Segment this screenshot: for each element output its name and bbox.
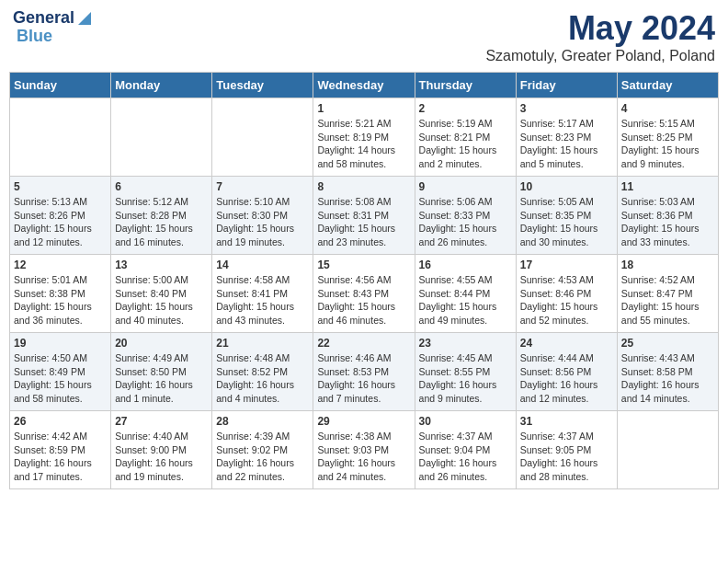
day-number: 28 xyxy=(216,415,309,428)
day-info: Sunrise: 5:05 AM Sunset: 8:35 PM Dayligh… xyxy=(520,195,613,249)
day-info: Sunrise: 4:55 AM Sunset: 8:44 PM Dayligh… xyxy=(419,273,512,327)
day-info: Sunrise: 4:53 AM Sunset: 8:46 PM Dayligh… xyxy=(520,273,613,327)
calendar-cell: 23Sunrise: 4:45 AM Sunset: 8:55 PM Dayli… xyxy=(415,333,516,411)
day-info: Sunrise: 4:37 AM Sunset: 9:05 PM Dayligh… xyxy=(520,430,613,484)
header-friday: Friday xyxy=(516,73,617,98)
calendar-header-row: SundayMondayTuesdayWednesdayThursdayFrid… xyxy=(10,73,719,98)
calendar-cell: 28Sunrise: 4:39 AM Sunset: 9:02 PM Dayli… xyxy=(212,411,313,489)
day-number: 24 xyxy=(520,337,613,350)
day-number: 5 xyxy=(14,180,107,193)
calendar-cell xyxy=(111,98,212,177)
calendar-cell: 5Sunrise: 5:13 AM Sunset: 8:26 PM Daylig… xyxy=(10,177,111,255)
calendar-cell: 17Sunrise: 4:53 AM Sunset: 8:46 PM Dayli… xyxy=(516,255,617,333)
day-number: 15 xyxy=(317,259,410,271)
day-number: 4 xyxy=(621,102,714,115)
day-number: 10 xyxy=(520,180,613,193)
page-header: General Blue May 2024 Szamotuly, Greater… xyxy=(9,9,719,64)
day-number: 21 xyxy=(216,337,309,350)
day-info: Sunrise: 4:56 AM Sunset: 8:43 PM Dayligh… xyxy=(317,273,410,327)
day-info: Sunrise: 5:17 AM Sunset: 8:23 PM Dayligh… xyxy=(520,117,613,171)
day-info: Sunrise: 4:40 AM Sunset: 9:00 PM Dayligh… xyxy=(115,430,208,484)
calendar-cell: 22Sunrise: 4:46 AM Sunset: 8:53 PM Dayli… xyxy=(313,333,415,411)
day-number: 1 xyxy=(317,102,410,115)
calendar-week-4: 19Sunrise: 4:50 AM Sunset: 8:49 PM Dayli… xyxy=(10,333,719,411)
calendar-cell: 9Sunrise: 5:06 AM Sunset: 8:33 PM Daylig… xyxy=(415,177,516,255)
logo: General Blue xyxy=(13,9,91,46)
calendar-week-5: 26Sunrise: 4:42 AM Sunset: 8:59 PM Dayli… xyxy=(10,411,719,489)
calendar-cell: 30Sunrise: 4:37 AM Sunset: 9:04 PM Dayli… xyxy=(415,411,516,489)
calendar-cell: 2Sunrise: 5:19 AM Sunset: 8:21 PM Daylig… xyxy=(415,98,516,177)
calendar-cell: 21Sunrise: 4:48 AM Sunset: 8:52 PM Dayli… xyxy=(212,333,313,411)
day-number: 13 xyxy=(115,259,208,271)
day-number: 7 xyxy=(216,180,309,193)
calendar-cell: 6Sunrise: 5:12 AM Sunset: 8:28 PM Daylig… xyxy=(111,177,212,255)
calendar-week-1: 1Sunrise: 5:21 AM Sunset: 8:19 PM Daylig… xyxy=(10,98,719,177)
calendar-cell: 1Sunrise: 5:21 AM Sunset: 8:19 PM Daylig… xyxy=(313,98,415,177)
calendar-cell: 12Sunrise: 5:01 AM Sunset: 8:38 PM Dayli… xyxy=(10,255,111,333)
header-monday: Monday xyxy=(111,73,212,98)
calendar-cell: 11Sunrise: 5:03 AM Sunset: 8:36 PM Dayli… xyxy=(617,177,718,255)
day-info: Sunrise: 5:03 AM Sunset: 8:36 PM Dayligh… xyxy=(621,195,714,249)
day-info: Sunrise: 4:50 AM Sunset: 8:49 PM Dayligh… xyxy=(14,351,107,406)
day-info: Sunrise: 5:15 AM Sunset: 8:25 PM Dayligh… xyxy=(621,117,714,171)
header-wednesday: Wednesday xyxy=(313,73,415,98)
day-info: Sunrise: 4:43 AM Sunset: 8:58 PM Dayligh… xyxy=(621,351,714,406)
day-info: Sunrise: 4:58 AM Sunset: 8:41 PM Dayligh… xyxy=(216,273,309,327)
calendar-cell: 31Sunrise: 4:37 AM Sunset: 9:05 PM Dayli… xyxy=(516,411,617,489)
calendar-cell xyxy=(10,98,111,177)
logo-triangle-icon xyxy=(74,10,91,27)
header-saturday: Saturday xyxy=(617,73,718,98)
header-sunday: Sunday xyxy=(10,73,111,98)
calendar-cell: 20Sunrise: 4:49 AM Sunset: 8:50 PM Dayli… xyxy=(111,333,212,411)
day-info: Sunrise: 5:13 AM Sunset: 8:26 PM Dayligh… xyxy=(14,195,107,249)
header-thursday: Thursday xyxy=(415,73,516,98)
day-number: 8 xyxy=(317,180,410,193)
day-number: 16 xyxy=(419,259,512,271)
day-number: 23 xyxy=(419,337,512,350)
calendar-cell: 15Sunrise: 4:56 AM Sunset: 8:43 PM Dayli… xyxy=(313,255,415,333)
day-number: 20 xyxy=(115,337,208,350)
calendar-cell: 26Sunrise: 4:42 AM Sunset: 8:59 PM Dayli… xyxy=(10,411,111,489)
calendar-cell: 10Sunrise: 5:05 AM Sunset: 8:35 PM Dayli… xyxy=(516,177,617,255)
day-number: 29 xyxy=(317,415,410,428)
calendar-cell: 29Sunrise: 4:38 AM Sunset: 9:03 PM Dayli… xyxy=(313,411,415,489)
day-number: 27 xyxy=(115,415,208,428)
day-number: 11 xyxy=(621,180,714,193)
day-number: 17 xyxy=(520,259,613,271)
calendar-cell xyxy=(212,98,313,177)
title-section: May 2024 Szamotuly, Greater Poland, Pola… xyxy=(485,9,715,64)
day-number: 9 xyxy=(419,180,512,193)
day-number: 14 xyxy=(216,259,309,271)
day-info: Sunrise: 5:12 AM Sunset: 8:28 PM Dayligh… xyxy=(115,195,208,249)
logo-text-general: General xyxy=(13,9,74,28)
calendar-cell: 25Sunrise: 4:43 AM Sunset: 8:58 PM Dayli… xyxy=(617,333,718,411)
day-info: Sunrise: 5:00 AM Sunset: 8:40 PM Dayligh… xyxy=(115,273,208,327)
day-info: Sunrise: 4:38 AM Sunset: 9:03 PM Dayligh… xyxy=(317,430,410,484)
calendar-cell: 27Sunrise: 4:40 AM Sunset: 9:00 PM Dayli… xyxy=(111,411,212,489)
day-info: Sunrise: 4:45 AM Sunset: 8:55 PM Dayligh… xyxy=(419,351,512,406)
day-info: Sunrise: 4:42 AM Sunset: 8:59 PM Dayligh… xyxy=(14,430,107,484)
day-number: 25 xyxy=(621,337,714,350)
day-info: Sunrise: 4:52 AM Sunset: 8:47 PM Dayligh… xyxy=(621,273,714,327)
day-number: 22 xyxy=(317,337,410,350)
svg-marker-0 xyxy=(78,12,91,25)
day-number: 31 xyxy=(520,415,613,428)
calendar-cell: 8Sunrise: 5:08 AM Sunset: 8:31 PM Daylig… xyxy=(313,177,415,255)
day-number: 3 xyxy=(520,102,613,115)
calendar-cell: 16Sunrise: 4:55 AM Sunset: 8:44 PM Dayli… xyxy=(415,255,516,333)
day-number: 2 xyxy=(419,102,512,115)
calendar-cell: 4Sunrise: 5:15 AM Sunset: 8:25 PM Daylig… xyxy=(617,98,718,177)
calendar-week-2: 5Sunrise: 5:13 AM Sunset: 8:26 PM Daylig… xyxy=(10,177,719,255)
day-number: 12 xyxy=(14,259,107,271)
calendar-cell: 18Sunrise: 4:52 AM Sunset: 8:47 PM Dayli… xyxy=(617,255,718,333)
day-info: Sunrise: 4:46 AM Sunset: 8:53 PM Dayligh… xyxy=(317,351,410,406)
calendar-table: SundayMondayTuesdayWednesdayThursdayFrid… xyxy=(9,72,719,489)
day-info: Sunrise: 4:48 AM Sunset: 8:52 PM Dayligh… xyxy=(216,351,309,406)
day-number: 18 xyxy=(621,259,714,271)
header-tuesday: Tuesday xyxy=(212,73,313,98)
day-info: Sunrise: 4:44 AM Sunset: 8:56 PM Dayligh… xyxy=(520,351,613,406)
day-number: 19 xyxy=(14,337,107,350)
day-info: Sunrise: 5:10 AM Sunset: 8:30 PM Dayligh… xyxy=(216,195,309,249)
day-info: Sunrise: 4:49 AM Sunset: 8:50 PM Dayligh… xyxy=(115,351,208,406)
calendar-cell: 24Sunrise: 4:44 AM Sunset: 8:56 PM Dayli… xyxy=(516,333,617,411)
